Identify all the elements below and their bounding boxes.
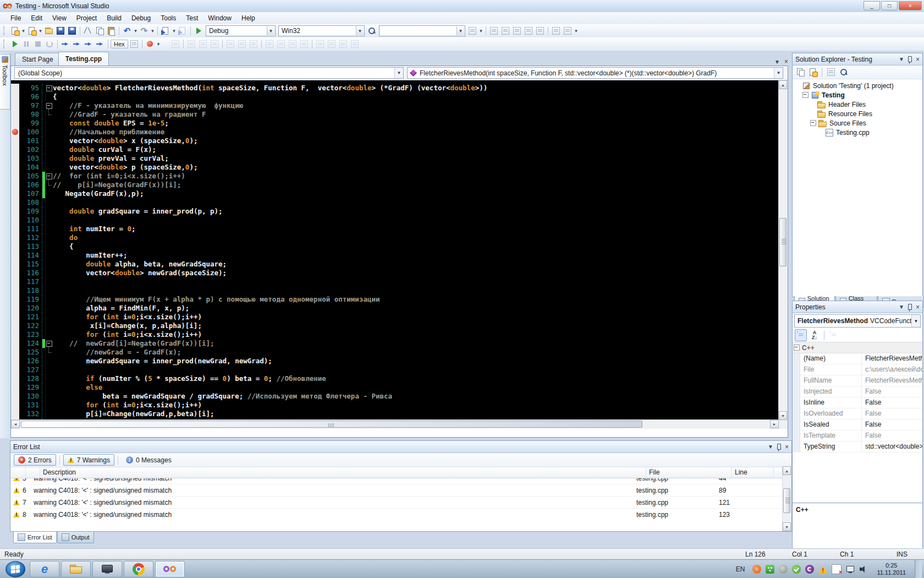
show-all-files-icon[interactable] — [807, 67, 818, 78]
window-position-icon[interactable]: ▼ — [899, 304, 904, 310]
tree-item-testing-cpp[interactable]: Testing.cpp — [793, 128, 922, 137]
breakpoint-margin[interactable] — [11, 242, 19, 251]
code-line[interactable]: 109 double gradSquare = inner_prod(p, p)… — [11, 207, 487, 216]
redo-icon[interactable]: ↶ — [139, 25, 150, 36]
collapse-box-icon[interactable] — [46, 173, 52, 179]
code-line[interactable]: 122 x[i]=Change(x, p,alpha)[i]; — [11, 321, 487, 330]
close-panel-icon[interactable]: × — [916, 303, 920, 311]
add-new-item-icon[interactable] — [26, 25, 37, 36]
errors-filter-button[interactable]: × 2 Errors — [14, 454, 56, 466]
watch-icon[interactable] — [129, 39, 140, 50]
menu-view[interactable]: View — [47, 13, 72, 24]
breakpoint-margin[interactable] — [11, 410, 19, 418]
breakpoint-margin[interactable] — [11, 198, 19, 207]
auto-hide-pin-icon[interactable] — [908, 56, 912, 62]
taskbar-chrome[interactable] — [124, 561, 153, 577]
redo-icon-dropdown[interactable]: ▼ — [150, 25, 155, 36]
categorized-icon[interactable] — [795, 329, 807, 341]
tree-item-solution-testing-1-project-[interactable]: Solution 'Testing' (1 project) — [793, 81, 922, 90]
code-line[interactable]: 107 Negate(GradF(x),p); — [11, 189, 487, 198]
tray-icon-kaspersky-warning[interactable] — [818, 566, 827, 573]
breakpoint-margin[interactable] — [11, 286, 19, 295]
code-line[interactable]: 97 //F - указатель на минимизируемую фун… — [11, 101, 487, 110]
taskbar-visual-studio[interactable] — [155, 561, 185, 577]
menu-window[interactable]: Window — [203, 13, 237, 24]
property-row-isinjected[interactable]: IsInjectedFalse — [793, 386, 922, 397]
breakpoint-margin[interactable] — [11, 207, 19, 216]
breakpoint-margin[interactable] — [11, 189, 19, 198]
start-debugging-icon[interactable] — [193, 25, 204, 36]
tab-list-dropdown-icon[interactable]: ▼ — [774, 59, 780, 65]
breakpoint-margin[interactable] — [11, 84, 19, 92]
tray-icon-network[interactable] — [846, 565, 855, 574]
property-row-typestring[interactable]: TypeStringstd::vector<double> — [793, 441, 922, 452]
breakpoint-margin[interactable] — [11, 383, 19, 392]
error-row[interactable]: 8warning C4018: '<' : signed/unsigned mi… — [10, 509, 791, 519]
scroll-down-icon[interactable]: ▼ — [783, 522, 791, 531]
breakpoint-margin[interactable] — [11, 181, 19, 189]
chevron-down-icon[interactable]: ▼ — [774, 68, 783, 78]
breakpoint-margin[interactable] — [11, 101, 19, 110]
breakpoint-margin[interactable] — [11, 313, 19, 321]
code-line[interactable]: 119 //Ищем минимум F(x + alpha * p) с по… — [11, 295, 487, 304]
copy-icon[interactable] — [94, 25, 105, 36]
messages-filter-button[interactable]: i 0 Messages — [122, 454, 176, 466]
code-line[interactable]: 130 beta = newGradSquare / gradSquare; /… — [11, 392, 487, 401]
chevron-down-icon[interactable]: ▼ — [356, 26, 364, 35]
language-indicator[interactable]: EN — [736, 565, 745, 573]
tree-item-resource-files[interactable]: Resource Files — [793, 109, 922, 118]
horizontal-scroll-thumb[interactable] — [21, 421, 642, 428]
properties-object-dropdown[interactable]: FletcherRievesMethod VCCodeFunction ▼ — [794, 314, 921, 328]
breakpoint-margin[interactable] — [11, 392, 19, 401]
property-row--name-[interactable]: (Name)FletcherRievesMethod — [793, 353, 922, 364]
dock-tab-error-list[interactable]: Error List — [13, 532, 57, 543]
editor-horizontal-scrollbar[interactable]: ◄ ► — [11, 419, 779, 429]
view-code-icon[interactable] — [826, 67, 837, 78]
chevron-down-icon[interactable]: ▼ — [457, 26, 464, 35]
code-line[interactable]: 113 { — [11, 242, 487, 251]
code-line[interactable]: 125 //newGrad = - GradF(x); — [11, 348, 487, 357]
code-line[interactable]: 127 — [11, 366, 487, 374]
collapse-box-icon[interactable] — [46, 103, 52, 109]
column-line[interactable]: Line — [732, 467, 774, 478]
breakpoint-margin[interactable] — [11, 374, 19, 383]
property-value[interactable]: False — [862, 408, 922, 419]
code-line[interactable]: 116 vector<double> newGrad(spaceSize); — [11, 269, 487, 277]
close-panel-icon[interactable]: × — [785, 443, 789, 451]
code-line[interactable]: 118 — [11, 286, 487, 295]
code-line[interactable]: 132 p[i]=Change(newGrad,p,beta)[i]; — [11, 410, 487, 418]
step-out-icon[interactable] — [95, 39, 106, 50]
solution-explorer-title-bar[interactable]: Solution Explorer - Testing ▼ × — [793, 53, 922, 66]
property-row-issealed[interactable]: IsSealedFalse — [793, 419, 922, 430]
show-next-statement-icon[interactable] — [60, 39, 71, 50]
taskbar-internet-explorer[interactable]: e — [30, 561, 59, 577]
menu-edit[interactable]: Edit — [26, 13, 47, 24]
collapse-box-icon[interactable] — [46, 85, 52, 91]
tree-expander-icon[interactable] — [810, 120, 816, 126]
hex-button[interactable]: Hex — [111, 40, 128, 48]
code-line[interactable]: 101 vector<double> x (spaceSize,0); — [11, 137, 487, 145]
menu-file[interactable]: File — [6, 13, 26, 24]
tray-icon-purple-swirl[interactable] — [805, 565, 814, 574]
find-in-files-icon-dropdown[interactable]: ▼ — [479, 25, 483, 36]
clock[interactable]: 0:25 11.11.2011 — [877, 562, 906, 576]
breakpoint-margin[interactable] — [11, 225, 19, 233]
code-line[interactable]: 104 vector<double> p (spaceSize,0); — [11, 163, 487, 172]
property-row-isoverloaded[interactable]: IsOverloadedFalse — [793, 408, 922, 419]
vertical-scroll-thumb[interactable] — [783, 488, 790, 513]
find-icon[interactable] — [366, 25, 377, 36]
breakpoint-margin[interactable] — [11, 251, 19, 260]
new-project-icon[interactable] — [9, 25, 20, 36]
taskbar-windows-explorer[interactable] — [61, 561, 91, 577]
taskbar-computer[interactable] — [92, 561, 122, 577]
breakpoint-margin[interactable] — [11, 357, 19, 366]
breakpoint-margin[interactable] — [11, 154, 19, 163]
tray-icon-volume[interactable] — [859, 565, 868, 574]
paste-icon[interactable] — [106, 25, 117, 36]
breakpoint-margin[interactable] — [11, 295, 19, 304]
property-value[interactable]: False — [862, 430, 922, 441]
toolbar-grip[interactable] — [3, 40, 7, 48]
code-line[interactable]: 106// p[i]=Negate(GradF(x))[i]; — [11, 181, 487, 189]
code-line[interactable]: 96{ — [11, 92, 487, 101]
column-file[interactable]: File — [646, 467, 732, 478]
